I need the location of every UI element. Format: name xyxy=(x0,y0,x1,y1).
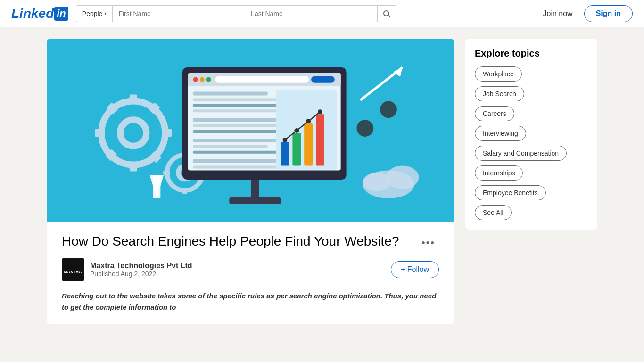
search-icon xyxy=(382,9,391,18)
author-row: MAXTRA Maxtra Technologies Pvt Ltd Publi… xyxy=(62,258,439,281)
author-avatar: MAXTRA xyxy=(62,258,84,281)
topic-tag[interactable]: Salary and Compensation xyxy=(475,146,567,161)
header: Linkedin People ▾ Join now Sign in xyxy=(0,0,644,27)
svg-rect-40 xyxy=(229,197,281,204)
svg-point-49 xyxy=(318,109,322,114)
first-name-input[interactable] xyxy=(112,5,245,22)
topic-tag[interactable]: Interviewing xyxy=(475,126,526,141)
svg-rect-42 xyxy=(281,142,289,166)
last-name-input[interactable] xyxy=(245,5,378,22)
topics-list: WorkplaceJob SearchCareersInterviewingSa… xyxy=(475,66,588,220)
explore-topics-panel: Explore topics WorkplaceJob SearchCareer… xyxy=(465,39,597,230)
svg-point-22 xyxy=(193,77,198,82)
author-date: Published Aug 2, 2022 xyxy=(90,270,192,278)
chevron-down-icon: ▾ xyxy=(104,11,107,16)
search-category-dropdown[interactable]: People ▾ xyxy=(76,5,113,22)
author-info: MAXTRA Maxtra Technologies Pvt Ltd Publi… xyxy=(62,258,192,281)
svg-rect-35 xyxy=(193,145,268,148)
svg-rect-7 xyxy=(162,129,172,137)
svg-point-47 xyxy=(294,128,299,133)
svg-point-48 xyxy=(306,119,311,123)
svg-rect-36 xyxy=(193,151,287,154)
svg-rect-27 xyxy=(193,92,268,96)
svg-rect-30 xyxy=(193,109,287,112)
svg-point-55 xyxy=(386,165,419,189)
logo-box: in xyxy=(54,7,68,21)
more-options-button[interactable]: ••• xyxy=(418,235,439,251)
svg-rect-39 xyxy=(251,180,259,198)
article-title-row: How Do Search Engines Help People Find Y… xyxy=(62,233,439,251)
svg-rect-44 xyxy=(304,123,313,165)
author-name: Maxtra Technologies Pvt Ltd xyxy=(90,262,192,270)
topic-tag[interactable]: Job Search xyxy=(475,86,524,101)
topic-tag[interactable]: Employee Benefits xyxy=(475,185,546,200)
logo-text: Linked xyxy=(11,6,54,21)
topic-tag[interactable]: Careers xyxy=(475,106,514,121)
svg-point-46 xyxy=(283,138,288,142)
sidebar: Explore topics WorkplaceJob SearchCareer… xyxy=(465,39,597,230)
article-card: How Do Search Engines Help People Find Y… xyxy=(47,39,454,324)
join-now-button[interactable]: Join now xyxy=(537,6,578,22)
svg-rect-43 xyxy=(292,133,301,166)
svg-rect-28 xyxy=(193,98,287,101)
article-hero-image xyxy=(47,39,454,222)
svg-rect-6 xyxy=(130,162,137,172)
article-title: How Do Search Engines Help People Find Y… xyxy=(62,233,410,250)
main-content: How Do Search Engines Help People Find Y… xyxy=(39,27,605,336)
header-actions: Join now Sign in xyxy=(537,5,633,22)
svg-rect-25 xyxy=(215,76,309,83)
search-bar: People ▾ xyxy=(76,5,396,22)
svg-rect-26 xyxy=(311,76,335,83)
logo: Linkedin xyxy=(11,6,68,21)
svg-point-53 xyxy=(380,101,397,118)
see-all-button[interactable]: See All xyxy=(475,205,512,220)
svg-point-52 xyxy=(356,120,373,137)
svg-rect-16 xyxy=(182,188,187,194)
search-button[interactable] xyxy=(378,5,396,22)
follow-button[interactable]: + Follow xyxy=(391,261,439,278)
svg-point-24 xyxy=(206,77,211,82)
explore-topics-title: Explore topics xyxy=(475,48,588,59)
sign-in-button[interactable]: Sign in xyxy=(584,5,633,22)
svg-point-23 xyxy=(200,77,205,82)
svg-point-56 xyxy=(363,173,391,191)
author-avatar-image: MAXTRA xyxy=(62,258,84,281)
svg-rect-45 xyxy=(316,114,324,165)
svg-rect-18 xyxy=(163,170,170,175)
svg-line-1 xyxy=(388,15,390,17)
topic-tag[interactable]: Workplace xyxy=(475,66,522,82)
svg-rect-8 xyxy=(95,129,104,137)
svg-text:MAXTRA: MAXTRA xyxy=(64,270,82,274)
svg-rect-5 xyxy=(130,95,137,104)
search-category-label: People xyxy=(82,10,103,17)
topic-tag[interactable]: Internships xyxy=(475,165,523,181)
article-content: How Do Search Engines Help People Find Y… xyxy=(47,222,454,324)
svg-rect-58 xyxy=(153,175,160,198)
article-excerpt: Reaching out to the website takes some o… xyxy=(62,290,439,313)
svg-rect-32 xyxy=(193,124,277,127)
author-text: Maxtra Technologies Pvt Ltd Published Au… xyxy=(90,262,192,278)
svg-rect-37 xyxy=(193,159,287,163)
